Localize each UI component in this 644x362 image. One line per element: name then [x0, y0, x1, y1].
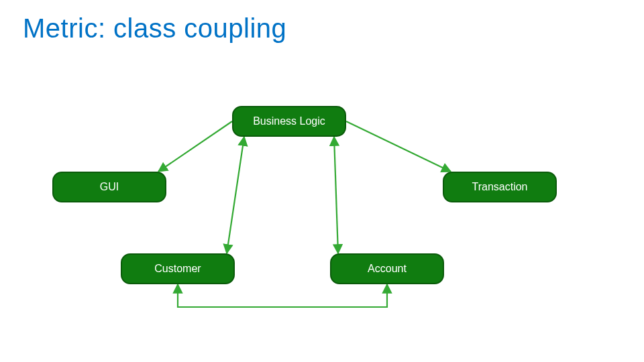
node-gui: GUI	[52, 172, 166, 202]
edge-business_logic-customer	[227, 137, 244, 253]
node-business-logic: Business Logic	[232, 106, 346, 137]
edge-customer-account	[178, 284, 387, 307]
edge-business_logic-transaction	[346, 121, 451, 172]
edge-business_logic-gui	[158, 121, 232, 172]
page-title: Metric: class coupling	[23, 13, 286, 44]
node-customer: Customer	[121, 253, 235, 284]
node-transaction: Transaction	[443, 172, 557, 202]
node-account: Account	[330, 253, 444, 284]
edge-business_logic-account	[334, 137, 338, 253]
